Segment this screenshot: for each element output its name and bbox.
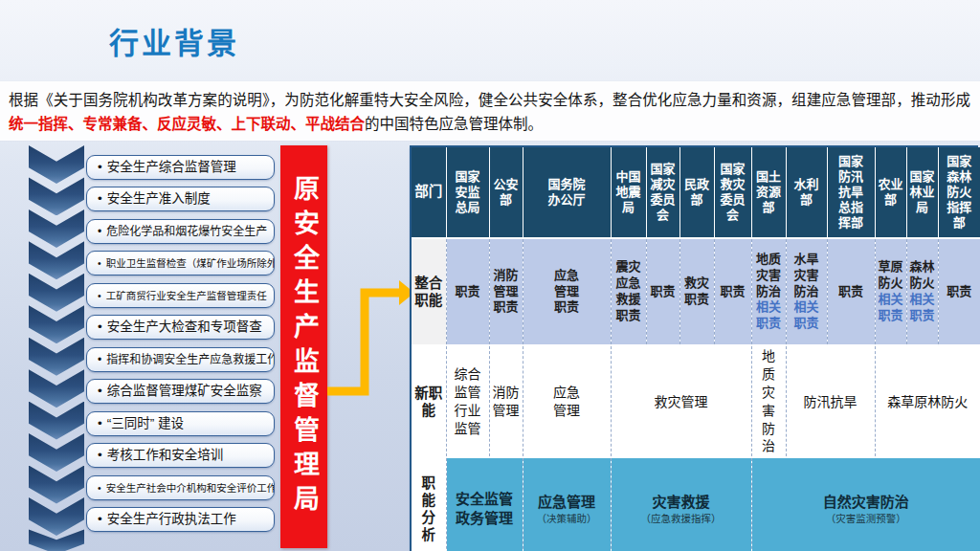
duty-item: •安全生产综合监督管理: [86, 155, 275, 180]
duty-item-label: 职业卫生监督检查（煤矿作业场所除外）: [106, 257, 275, 269]
analysis-cell-text: 安全监管政务管理: [455, 490, 514, 527]
dept-header-cell: 水利部: [786, 147, 827, 238]
duty-item-label: 指挥和协调安全生产应急救援工作: [106, 353, 275, 366]
duty-item-label: 安全生产准入制度: [107, 191, 211, 206]
dept-header-cell: 农业部: [875, 147, 906, 238]
integrated-cell: 水旱灾害防治相关职责: [786, 238, 827, 345]
dept-header-label: 国家森林防火指挥部: [945, 154, 973, 230]
analysis-cell-text: 应急管理: [538, 493, 595, 512]
dept-header-label: 国家安监总局: [454, 169, 482, 215]
duty-item-label: 工矿商贸行业安全生产监督管理责任: [106, 290, 267, 301]
bullet-icon: •: [98, 353, 101, 366]
dept-header-label: 国土资源部: [754, 169, 783, 215]
dept-header-cell: 国务院办公厅: [523, 147, 611, 238]
dept-header-cell: 公安部: [489, 147, 523, 238]
dept-header-cell: 国家减灾委员会: [646, 147, 679, 238]
duty-item-label: 综合监督管理煤矿安全监察: [107, 384, 262, 398]
duty-item: •危险化学品和烟花爆竹安全生产: [86, 219, 275, 244]
new-function-text: 消防管理: [492, 384, 521, 420]
integrated-cell-text: 职责: [720, 284, 745, 300]
integrated-cell: 职责: [646, 238, 679, 345]
related-duty-text: 相关职责: [878, 292, 902, 322]
dept-header-label: 公安部: [492, 177, 521, 208]
duty-item: •安全生产社会中介机构和安全评价工作: [86, 475, 275, 500]
related-duty-text: 相关职责: [756, 299, 781, 330]
dept-header-label: 中国地震局: [614, 169, 643, 215]
integrated-cell-text: 职责: [838, 284, 863, 300]
integrated-cell: 应急管理职责: [523, 238, 611, 345]
integrated-cell-text: 森林防火相关职责: [908, 259, 937, 324]
dept-header-label: 国家防汛抗旱总指挥部: [836, 154, 865, 230]
analysis-cell: 应急管理（决策辅助）: [523, 457, 611, 551]
integrated-cell-text: 职责: [650, 284, 675, 300]
duty-item: •“三同时” 建设: [86, 411, 275, 436]
new-function-cell: 救灾管理: [611, 345, 751, 457]
new-function-cell: 防汛抗旱: [786, 345, 875, 457]
integrated-cell-text: 应急管理职责: [552, 268, 581, 317]
row-label-integrated: 整合职能: [412, 238, 446, 345]
intro-before: 根据《关于国务院机构改革方案的说明》，为防范化解重特大安全风险，健全公共安全体系…: [9, 92, 970, 108]
page-title: 行业背景: [109, 19, 239, 62]
analysis-cell: 安全监管政务管理: [446, 457, 523, 551]
functions-table: 部门国家安监总局公安部国务院办公厅中国地震局国家减灾委员会民政部国家救灾委员会国…: [410, 145, 978, 551]
new-function-cell: 消防管理: [489, 345, 523, 457]
row-label-text: 整合职能: [413, 275, 444, 309]
duty-item: •安全生产行政执法工作: [86, 507, 275, 532]
integrated-cell: 救灾职责: [679, 238, 714, 345]
duty-item: •安全生产大检查和专项督查: [86, 315, 275, 340]
analysis-cell: 自然灾害防治（灾害监测预警）: [751, 457, 980, 551]
red-banner-label: 原安全生产监督管理局: [280, 175, 327, 519]
integrated-cell-text: 职责: [947, 284, 971, 300]
bullet-icon: •: [98, 257, 101, 269]
dept-header-cell: 国家救灾委员会: [714, 147, 751, 238]
table-corner-cell: 部门: [412, 147, 446, 238]
duty-item-label: 危险化学品和烟花爆竹安全生产: [106, 225, 267, 238]
integrated-cell-text: 地质灾害防治相关职责: [754, 252, 783, 332]
intro-text: 根据《关于国务院机构改革方案的说明》，为防范化解重特大安全风险，健全公共安全体系…: [0, 80, 980, 142]
duty-item: •指挥和协调安全生产应急救援工作: [86, 347, 275, 372]
row-label-text: 职能分析: [421, 474, 436, 544]
bullet-icon: •: [98, 320, 102, 334]
duty-item-label: 安全生产社会中介机构和安全评价工作: [106, 482, 275, 494]
analysis-note: （应急救援指挥）: [612, 513, 750, 526]
bullet-icon: •: [98, 384, 102, 398]
bullet-icon: •: [98, 225, 101, 238]
integrated-cell-text: 水旱灾害防治相关职责: [792, 252, 821, 332]
bullet-icon: •: [98, 160, 102, 174]
duty-item-label: 安全生产行政执法工作: [107, 512, 236, 526]
integrated-cell: 森林防火相关职责: [906, 238, 938, 345]
integrated-cell-text: 职责: [455, 284, 479, 300]
dept-header-cell: 国家防汛抗旱总指挥部: [827, 147, 875, 238]
integrated-cell: 职责: [938, 238, 980, 345]
new-function-cell: 森草原林防火: [875, 345, 980, 457]
analysis-note: （决策辅助）: [524, 513, 610, 526]
dept-header-label: 国家林业局: [908, 169, 937, 215]
integrated-cell-text: 救灾职责: [682, 276, 711, 308]
duty-item: •安全生产准入制度: [86, 187, 275, 211]
intro-highlight: 统一指挥、专常兼备、反应灵敏、上下联动、平战结合: [9, 116, 365, 132]
related-duty-text: 相关职责: [909, 292, 934, 322]
duty-item: •综合监督管理煤矿安全监察: [86, 379, 275, 404]
red-banner: 原安全生产监督管理局: [280, 145, 327, 548]
integrated-cell: 地质灾害防治相关职责: [751, 238, 786, 345]
duty-item: •工矿商贸行业安全生产监督管理责任: [86, 283, 275, 308]
new-function-cell: 地质灾害防治: [751, 345, 786, 457]
new-function-text: 应急管理: [552, 384, 581, 420]
bullet-icon: •: [98, 191, 102, 206]
analysis-note: （灾害监测预警）: [753, 513, 980, 526]
new-function-text: 森草原林防火: [887, 393, 968, 411]
bullet-icon: •: [98, 512, 102, 526]
new-function-text: 综合监管行业监管: [454, 365, 482, 438]
integrated-cell-text: 消防管理职责: [492, 268, 521, 317]
related-duty-text: 相关职责: [793, 299, 818, 330]
slide: 行业背景 根据《关于国务院机构改革方案的说明》，为防范化解重特大安全风险，健全公…: [0, 0, 980, 551]
dept-header-label: 国家救灾委员会: [719, 162, 747, 222]
analysis-cell-text: 灾害救援: [652, 493, 709, 512]
row-label-new: 新职能: [412, 345, 446, 457]
dept-header-label: 水利部: [792, 177, 821, 208]
dept-header-label: 民政部: [682, 177, 711, 208]
integrated-cell: 草原防火相关职责: [875, 238, 906, 345]
bullet-icon: •: [98, 448, 102, 462]
duty-chevron-icon: [29, 145, 84, 184]
integrated-cell: 职责: [446, 238, 489, 345]
